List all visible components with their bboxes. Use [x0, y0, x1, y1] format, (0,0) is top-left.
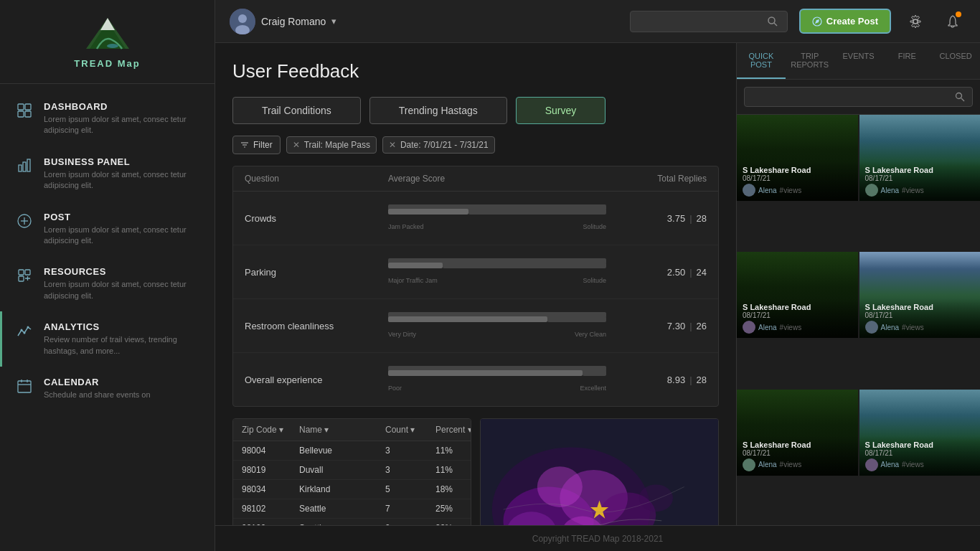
svg-rect-5 [25, 104, 31, 110]
post-date: 08/17/21 [865, 311, 975, 319]
tab-survey[interactable]: Survey [516, 97, 606, 124]
right-search-box[interactable] [744, 87, 973, 107]
sidebar-item-resources[interactable]: RESOURCES Lorem ipsum dolor sit amet, co… [0, 256, 215, 311]
zip-col-header[interactable]: Count ▾ [385, 425, 435, 435]
post-title: S Lakeshare Road [743, 441, 852, 449]
post-card[interactable]: S Lakeshare Road 08/17/21 Alena #views [737, 252, 858, 338]
survey-question: Overall experience [245, 375, 388, 385]
settings-button[interactable] [903, 9, 928, 34]
sidebar-item-calendar[interactable]: CALENDAR Schedule and share events on [0, 367, 215, 410]
topbar: Craig Romano ▾ Create Post [215, 0, 980, 43]
post-card[interactable]: S Lakeshare Road 08/17/21 Alena #views [737, 390, 858, 476]
zip-count: 3 [385, 446, 435, 456]
post-card[interactable]: S Lakeshare Road 08/17/21 Alena #views [859, 390, 981, 476]
post-username: Alena [758, 187, 777, 194]
svg-rect-9 [23, 162, 26, 171]
map-visual [481, 419, 718, 525]
sidebar-item-title: DASHBOARD [44, 101, 200, 112]
chevron-down-icon: ▾ [331, 16, 336, 27]
footer: Copyright TREAD Map 2018-2021 [215, 525, 980, 551]
right-tab-trip-reports[interactable]: TRIP REPORTS [786, 43, 834, 79]
survey-table-header: Question Average Score Total Replies [233, 166, 718, 192]
filter-tag-trail[interactable]: ✕ Trail: Maple Pass [286, 136, 377, 154]
sidebar-item-analytics[interactable]: ANALYTICS Review number of trail views, … [0, 311, 215, 367]
dashboard-icon [17, 103, 34, 120]
survey-rows: Crowds Jam Packed Solitude 3.75 | 28 Par… [233, 192, 718, 406]
post-title: S Lakeshare Road [865, 441, 975, 449]
remove-trail-filter[interactable]: ✕ [293, 140, 300, 150]
sidebar-item-dashboard[interactable]: DASHBOARD Lorem ipsum dolor sit amet, co… [0, 91, 215, 146]
svg-point-19 [27, 326, 29, 329]
post-title: S Lakeshare Road [865, 303, 975, 311]
search-input[interactable] [639, 16, 761, 27]
zip-code: 98004 [242, 446, 299, 456]
survey-row: Parking Major Traffic Jam Solitude 2.50 … [233, 245, 718, 299]
svg-rect-4 [18, 104, 24, 110]
user-info[interactable]: Craig Romano ▾ [230, 9, 336, 34]
avg-score: 7.30 [667, 321, 685, 331]
post-user-info: Alena #views [865, 321, 975, 334]
post-card[interactable]: S Lakeshare Road 08/17/21 Alena #views [859, 252, 981, 338]
right-panel: QUICK POSTTRIP REPORTSEVENTSFIRECLOSED S… [736, 43, 980, 525]
user-avatar [230, 9, 255, 34]
right-search-input[interactable] [752, 92, 955, 102]
post-card[interactable]: S Lakeshare Road 08/17/21 Alena #views [859, 115, 981, 201]
right-tabs: QUICK POSTTRIP REPORTSEVENTSFIRECLOSED [737, 43, 980, 80]
post-user-avatar [865, 321, 878, 334]
svg-point-25 [238, 14, 247, 23]
svg-line-45 [961, 98, 964, 101]
tab-trending-hashtags[interactable]: Trending Hastags [369, 97, 507, 124]
right-search-area [737, 80, 980, 115]
calendar-icon [17, 378, 34, 395]
edit-icon [812, 17, 822, 27]
sidebar-item-business[interactable]: BUSINESS PANEL Lorem ipsum dolor sit ame… [0, 146, 215, 202]
logo-icon [83, 14, 133, 54]
map-container [480, 418, 719, 525]
post-user-avatar [743, 458, 755, 471]
total-replies: 24 [697, 267, 707, 278]
zip-col-header[interactable]: Zip Code ▾ [242, 425, 299, 435]
remove-date-filter[interactable]: ✕ [389, 140, 396, 150]
post-date: 08/17/21 [743, 449, 852, 457]
post-date: 08/17/21 [743, 311, 852, 319]
right-tab-quick-post[interactable]: QUICK POST [737, 43, 786, 79]
zip-col-header[interactable]: Name ▾ [299, 425, 385, 435]
post-user-avatar [865, 184, 878, 197]
sidebar-item-desc: Schedule and share events on [44, 390, 151, 400]
tab-trail-conditions[interactable]: Trail Conditions [232, 97, 361, 124]
svg-rect-16 [19, 276, 24, 281]
zip-count: 3 [385, 465, 435, 475]
right-tab-closed[interactable]: CLOSED [931, 43, 980, 79]
zip-col-header[interactable]: Percent ▾ [435, 425, 471, 435]
total-replies: 26 [697, 321, 707, 331]
survey-row: Crowds Jam Packed Solitude 3.75 | 28 [233, 192, 718, 245]
sidebar-item-post[interactable]: POST Lorem ipsum dolor sit amet, consec … [0, 202, 215, 257]
search-bar[interactable] [630, 11, 788, 32]
post-username: Alena [758, 324, 777, 331]
post-card[interactable]: S Lakeshare Road 08/17/21 Alena #views [737, 115, 858, 201]
create-post-button[interactable]: Create Post [799, 9, 891, 34]
right-tab-events[interactable]: EVENTS [834, 43, 883, 79]
post-user-avatar [743, 321, 755, 334]
survey-row: Restroom cleanliness Very Dirty Very Cle… [233, 299, 718, 353]
sidebar: TREAD Map DASHBOARD Lorem ipsum dolor si… [0, 0, 215, 551]
page-title: User Feedback [232, 60, 719, 83]
post-user-info: Alena #views [743, 184, 852, 197]
business-icon [17, 158, 34, 175]
sidebar-item-desc: Lorem ipsum dolor sit amet, consec tetur… [44, 279, 200, 301]
notifications-button[interactable] [940, 9, 966, 34]
zip-percent: 18% [435, 484, 471, 494]
survey-table: Question Average Score Total Replies Cro… [232, 166, 719, 407]
avg-score: 2.50 [667, 267, 685, 278]
survey-row: Overall experience Poor Excellent 8.93 |… [233, 353, 718, 406]
svg-point-41 [639, 484, 673, 512]
sidebar-item-title: CALENDAR [44, 377, 151, 387]
total-replies: 28 [697, 375, 707, 385]
right-tab-fire[interactable]: FIRE [882, 43, 931, 79]
resources-icon [17, 268, 34, 285]
notification-dot [956, 11, 961, 17]
post-hashtag: #views [780, 461, 802, 468]
post-date: 08/17/21 [865, 449, 975, 457]
filter-button[interactable]: Filter [232, 136, 281, 154]
filter-tag-date[interactable]: ✕ Date: 7/01/21 - 7/31/21 [382, 136, 495, 154]
